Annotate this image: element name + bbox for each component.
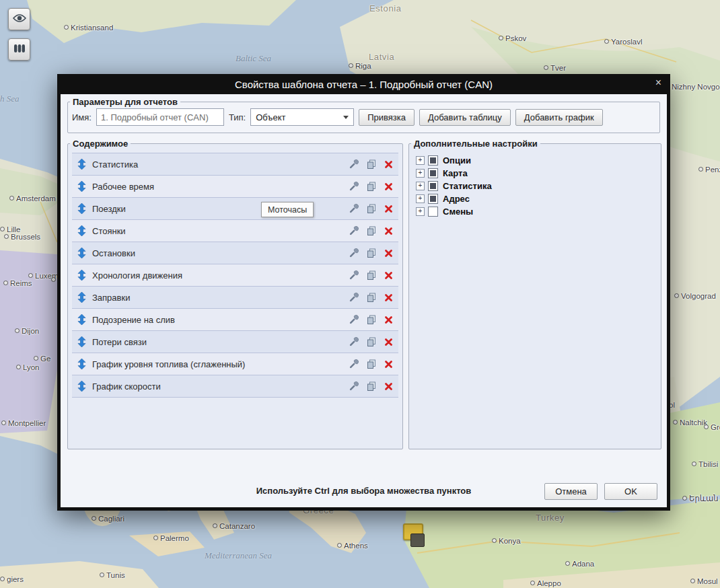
delete-icon[interactable] bbox=[384, 182, 393, 191]
report-section-row[interactable]: Хронология движения bbox=[72, 264, 398, 287]
map-label-city: Tver bbox=[544, 65, 566, 73]
type-label: Тип: bbox=[229, 112, 246, 122]
map-label-city: Tunis bbox=[100, 572, 125, 580]
advanced-settings-fieldset: Дополнительные настройки +Опции+Карта+Ст… bbox=[408, 139, 661, 449]
vehicle-marker[interactable] bbox=[403, 523, 423, 546]
copy-icon[interactable] bbox=[367, 226, 376, 236]
drag-handle-icon[interactable] bbox=[77, 181, 86, 192]
copy-icon[interactable] bbox=[367, 337, 376, 347]
delete-icon[interactable] bbox=[384, 160, 393, 169]
checkbox[interactable] bbox=[428, 194, 438, 204]
report-section-row[interactable]: Рабочее время bbox=[72, 176, 398, 198]
report-section-row[interactable]: График уровня топлива (сглаженный) bbox=[72, 353, 398, 375]
copy-icon[interactable] bbox=[367, 270, 376, 281]
expand-icon[interactable]: + bbox=[416, 182, 425, 190]
wrench-icon[interactable] bbox=[349, 293, 359, 303]
city-dot-icon bbox=[604, 39, 609, 44]
binding-button[interactable]: Привязка bbox=[359, 109, 415, 126]
drag-handle-icon[interactable] bbox=[77, 203, 86, 214]
map-toolbar bbox=[8, 8, 30, 61]
settings-item-label: Смены bbox=[443, 207, 473, 217]
checkbox[interactable] bbox=[428, 155, 438, 166]
map-label-country: Latvia bbox=[369, 52, 394, 61]
drag-handle-icon[interactable] bbox=[77, 292, 86, 303]
delete-icon[interactable] bbox=[384, 338, 393, 346]
delete-icon[interactable] bbox=[384, 316, 393, 324]
expand-icon[interactable]: + bbox=[416, 194, 425, 203]
settings-item-label: Статистика bbox=[443, 181, 492, 191]
copy-icon[interactable] bbox=[367, 159, 376, 170]
delete-icon[interactable] bbox=[384, 205, 393, 213]
wrench-icon[interactable] bbox=[349, 270, 359, 281]
delete-icon[interactable] bbox=[384, 382, 393, 391]
wrench-icon[interactable] bbox=[349, 359, 359, 369]
report-name-input[interactable] bbox=[96, 108, 224, 126]
wrench-icon[interactable] bbox=[349, 337, 359, 347]
delete-icon[interactable] bbox=[384, 360, 393, 369]
drag-handle-icon[interactable] bbox=[77, 381, 86, 392]
copy-icon[interactable] bbox=[367, 359, 376, 369]
wrench-icon[interactable] bbox=[349, 204, 359, 214]
settings-tree-item[interactable]: +Опции bbox=[416, 154, 654, 167]
copy-icon[interactable] bbox=[367, 248, 376, 258]
wrench-icon[interactable] bbox=[349, 226, 359, 236]
delete-icon[interactable] bbox=[384, 249, 393, 258]
expand-icon[interactable]: + bbox=[416, 207, 425, 216]
wrench-icon[interactable] bbox=[349, 248, 359, 258]
report-section-row[interactable]: Потери связи bbox=[72, 331, 398, 353]
copy-icon[interactable] bbox=[367, 293, 376, 303]
city-dot-icon bbox=[213, 523, 217, 528]
report-section-row[interactable]: Остановки bbox=[72, 242, 398, 264]
wrench-icon[interactable] bbox=[349, 381, 359, 392]
copy-icon[interactable] bbox=[367, 315, 376, 325]
drag-handle-icon[interactable] bbox=[77, 225, 86, 236]
checkbox[interactable] bbox=[428, 168, 438, 178]
report-section-row[interactable]: Статистика bbox=[72, 153, 398, 176]
copy-icon[interactable] bbox=[367, 204, 376, 214]
report-section-row[interactable]: Поездки bbox=[72, 198, 398, 220]
layers-button[interactable] bbox=[8, 38, 30, 61]
report-section-row[interactable]: Подозрение на слив bbox=[72, 309, 398, 331]
settings-tree-item[interactable]: +Адрес bbox=[416, 192, 654, 205]
dialog-titlebar[interactable]: Свойства шаблона отчета – 1. Подробный о… bbox=[57, 74, 670, 94]
settings-tree-item[interactable]: +Карта bbox=[416, 167, 654, 180]
drag-handle-icon[interactable] bbox=[77, 359, 86, 369]
wrench-icon[interactable] bbox=[349, 182, 359, 192]
drag-handle-icon[interactable] bbox=[77, 248, 86, 258]
add-chart-button[interactable]: Добавить график bbox=[515, 109, 603, 126]
city-dot-icon bbox=[34, 356, 38, 361]
drag-handle-icon[interactable] bbox=[77, 270, 86, 281]
layers-icon bbox=[13, 43, 26, 56]
delete-icon[interactable] bbox=[384, 227, 393, 235]
add-table-button[interactable]: Добавить таблицу bbox=[419, 109, 511, 126]
report-section-row[interactable]: Стоянки bbox=[72, 220, 398, 242]
cancel-button[interactable]: Отмена bbox=[544, 483, 598, 500]
expand-icon[interactable]: + bbox=[416, 169, 425, 178]
city-dot-icon bbox=[153, 536, 158, 540]
wrench-icon[interactable] bbox=[349, 159, 359, 170]
delete-icon[interactable] bbox=[384, 293, 393, 302]
drag-handle-icon[interactable] bbox=[77, 336, 86, 347]
copy-icon[interactable] bbox=[367, 381, 376, 392]
close-icon[interactable]: × bbox=[655, 77, 661, 88]
settings-tree-item[interactable]: +Статистика bbox=[416, 180, 654, 192]
settings-tree-item[interactable]: +Смены bbox=[416, 205, 654, 218]
report-section-label: Подозрение на слив bbox=[92, 315, 175, 325]
copy-icon[interactable] bbox=[367, 182, 376, 192]
city-dot-icon bbox=[3, 281, 8, 285]
drag-handle-icon[interactable] bbox=[77, 314, 86, 325]
report-section-row[interactable]: Заправки bbox=[72, 287, 398, 309]
expand-icon[interactable]: + bbox=[416, 156, 425, 165]
visibility-button[interactable] bbox=[8, 8, 30, 30]
delete-icon[interactable] bbox=[384, 271, 393, 280]
checkbox[interactable] bbox=[428, 207, 438, 217]
drag-handle-icon[interactable] bbox=[77, 159, 86, 170]
report-section-row[interactable]: График скорости bbox=[72, 375, 398, 398]
ok-button[interactable]: OK bbox=[604, 483, 657, 500]
wrench-icon[interactable] bbox=[349, 315, 359, 325]
map-label-sea: Baltic Sea bbox=[236, 54, 271, 63]
eye-icon bbox=[13, 13, 26, 25]
city-dot-icon bbox=[349, 63, 353, 68]
checkbox[interactable] bbox=[428, 181, 438, 191]
report-type-select[interactable]: Объект bbox=[250, 108, 354, 126]
